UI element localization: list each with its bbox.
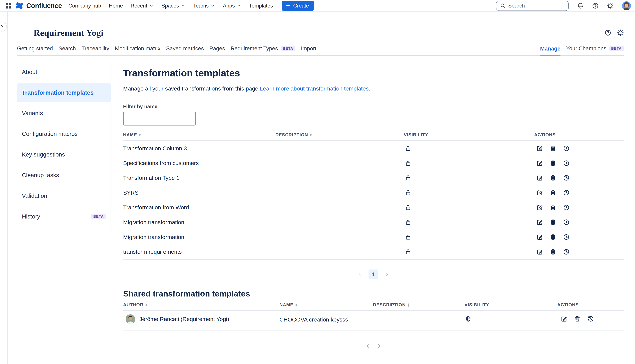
edit-icon[interactable]: [537, 190, 543, 196]
page-number-button[interactable]: 1: [369, 270, 378, 279]
template-name: SYRS-: [123, 190, 275, 196]
history-icon[interactable]: [563, 249, 569, 255]
tab-pages[interactable]: Pages: [209, 45, 225, 55]
sidebar-item-key-suggestions[interactable]: Key suggestions: [17, 145, 111, 164]
search-input[interactable]: [508, 3, 557, 9]
tab-modification-matrix[interactable]: Modification matrix: [115, 45, 160, 55]
lock-icon: [405, 160, 411, 166]
history-icon[interactable]: [563, 190, 569, 196]
avatar-image: [622, 1, 631, 10]
edit-icon[interactable]: [537, 145, 543, 151]
chevron-down-icon: [210, 3, 215, 8]
template-name: Transformation Column 3: [123, 145, 275, 152]
edit-icon[interactable]: [537, 234, 543, 240]
notifications-bell-icon[interactable]: [577, 2, 584, 9]
sort-icon[interactable]: ▲▼: [310, 133, 312, 137]
author-avatar[interactable]: [126, 314, 135, 324]
settings-gear-icon[interactable]: [607, 2, 613, 9]
actions-cell: [534, 190, 624, 196]
nav-item-recent[interactable]: Recent: [131, 3, 154, 9]
tab-search[interactable]: Search: [59, 45, 76, 55]
history-icon[interactable]: [563, 175, 569, 181]
create-button[interactable]: Create: [282, 1, 314, 11]
column-header-description: DESCRIPTION▲▼: [373, 302, 465, 308]
table-row: Migration transformation: [123, 215, 624, 230]
previous-page-icon[interactable]: [357, 272, 363, 277]
edit-icon[interactable]: [537, 160, 543, 166]
app-switcher-button[interactable]: [4, 1, 13, 10]
learn-more-link[interactable]: Learn more about transformation template…: [260, 85, 370, 92]
edit-icon[interactable]: [537, 204, 543, 210]
app-settings-gear-icon[interactable]: [617, 30, 624, 36]
previous-page-icon[interactable]: [365, 343, 370, 349]
delete-icon[interactable]: [550, 234, 556, 240]
actions-cell: [557, 314, 624, 322]
history-icon[interactable]: [563, 204, 569, 210]
templates-table-body: Transformation Column 3 Specifications f…: [123, 141, 624, 260]
nav-item-home[interactable]: Home: [109, 3, 123, 9]
sidebar-item-cleanup-tasks[interactable]: Cleanup tasks: [17, 166, 111, 185]
edit-icon[interactable]: [537, 219, 543, 225]
sidebar-item-about[interactable]: About: [17, 62, 111, 82]
delete-icon[interactable]: [550, 249, 556, 255]
confluence-logo-icon: [15, 1, 24, 10]
shared-templates-title: Shared transformation templates: [123, 289, 624, 298]
template-name: Migration transformation: [123, 219, 275, 226]
delete-icon[interactable]: [550, 190, 556, 196]
nav-item-templates[interactable]: Templates: [249, 3, 273, 9]
confluence-brand[interactable]: Confluence: [15, 1, 62, 10]
template-name: Migration transformation: [123, 234, 275, 240]
delete-icon[interactable]: [550, 145, 556, 151]
sort-icon[interactable]: ▲▼: [407, 303, 410, 307]
sidebar-item-history[interactable]: HistoryBETA: [17, 207, 111, 226]
sidebar-item-transformation-templates[interactable]: Transformation templates: [17, 83, 111, 102]
history-icon[interactable]: [563, 234, 569, 240]
sort-icon[interactable]: ▲▼: [145, 303, 148, 307]
filter-by-name-input[interactable]: [123, 112, 196, 126]
global-search[interactable]: [496, 1, 569, 11]
history-icon[interactable]: [563, 160, 569, 166]
delete-icon[interactable]: [550, 204, 556, 210]
history-icon[interactable]: [563, 145, 569, 151]
nav-item-apps[interactable]: Apps: [223, 3, 241, 9]
sidebar-item-variants[interactable]: Variants: [17, 104, 111, 123]
lock-icon: [405, 234, 411, 240]
beta-badge: BETA: [91, 214, 106, 219]
column-header-visibility: VISIBILITY: [465, 302, 557, 308]
sort-icon[interactable]: ▲▼: [295, 303, 298, 307]
nav-item-company-hub[interactable]: Company hub: [68, 3, 101, 9]
edit-icon[interactable]: [537, 249, 543, 255]
tab-getting-started[interactable]: Getting started: [17, 45, 53, 55]
tab-your-champions[interactable]: Your ChampionsBETA: [566, 45, 624, 55]
nav-item-teams[interactable]: Teams: [193, 3, 215, 9]
help-icon[interactable]: [592, 2, 599, 9]
delete-icon[interactable]: [574, 316, 580, 322]
lock-icon: [405, 190, 411, 196]
next-page-icon[interactable]: [376, 343, 382, 349]
edit-icon[interactable]: [561, 316, 567, 322]
edit-icon[interactable]: [537, 175, 543, 181]
user-avatar[interactable]: [622, 1, 631, 10]
tab-saved-matrices[interactable]: Saved matrices: [166, 45, 204, 55]
next-page-icon[interactable]: [384, 272, 390, 277]
history-icon[interactable]: [563, 219, 569, 225]
nav-item-spaces[interactable]: Spaces: [161, 3, 185, 9]
app-help-icon[interactable]: [605, 30, 611, 36]
page: Confluence Company hub Home Recent Space…: [0, 0, 635, 364]
app-tab-bar: Getting started Search Traceability Modi…: [17, 45, 624, 56]
tab-import[interactable]: Import: [301, 45, 316, 55]
visibility-cell: [404, 145, 534, 151]
delete-icon[interactable]: [550, 219, 556, 225]
tab-manage[interactable]: Manage: [540, 46, 560, 56]
sort-icon[interactable]: ▲▼: [139, 133, 141, 137]
delete-icon[interactable]: [550, 175, 556, 181]
delete-icon[interactable]: [550, 160, 556, 166]
template-name: Transformation Type 1: [123, 175, 275, 181]
column-header-actions: ACTIONS: [534, 132, 624, 138]
tab-requirement-types[interactable]: Requirement TypesBETA: [231, 45, 295, 55]
lock-icon: [405, 145, 411, 151]
sidebar-item-configuration-macros[interactable]: Configuration macros: [17, 124, 111, 143]
sidebar-item-validation[interactable]: Validation: [17, 186, 111, 205]
tab-traceability[interactable]: Traceability: [82, 45, 109, 55]
history-icon[interactable]: [588, 316, 594, 322]
